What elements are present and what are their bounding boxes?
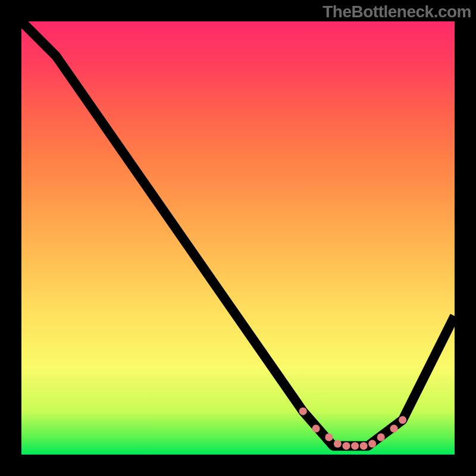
highlight-dot xyxy=(351,442,359,450)
highlight-dot xyxy=(334,440,342,447)
highlight-dot xyxy=(390,425,398,433)
highlight-dot xyxy=(368,440,376,447)
watermark-text: TheBottleneck.com xyxy=(322,2,471,21)
plot-area xyxy=(21,21,455,455)
highlight-dot xyxy=(312,425,320,433)
series-curve xyxy=(21,21,455,446)
highlight-dot xyxy=(377,433,385,441)
chart-svg xyxy=(21,21,455,455)
highlight-dot xyxy=(325,433,333,441)
highlight-dot xyxy=(399,416,406,424)
chart-frame: TheBottleneck.com xyxy=(0,0,476,476)
highlight-dot xyxy=(299,408,307,415)
highlight-dot xyxy=(360,442,368,450)
highlight-dot xyxy=(342,442,350,450)
highlight-dots xyxy=(299,408,407,450)
